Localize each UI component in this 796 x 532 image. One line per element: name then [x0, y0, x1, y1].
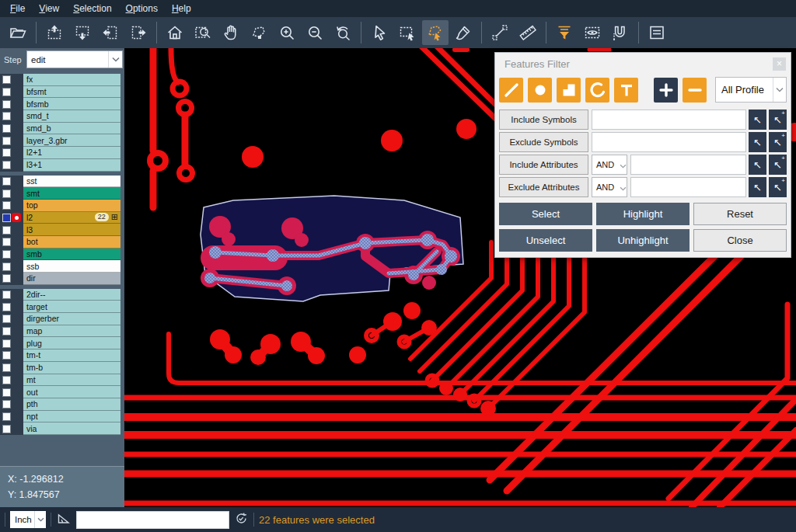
brush-clear-button[interactable] — [450, 20, 477, 45]
menu-selection[interactable]: Selection — [66, 0, 118, 17]
layer-visibility-checkbox[interactable] — [2, 214, 11, 222]
zoom-previous-button[interactable] — [330, 20, 356, 45]
include-symbols-input[interactable] — [592, 110, 746, 130]
layer-row[interactable]: smb — [0, 249, 120, 261]
layer-row[interactable]: l2+1 — [0, 147, 120, 159]
layer-row[interactable]: smd_b — [0, 123, 120, 135]
pad-filter-button[interactable] — [528, 78, 552, 103]
layer-visibility-checkbox[interactable] — [2, 388, 11, 397]
menu-view[interactable]: View — [32, 0, 66, 17]
layer-visibility-checkbox[interactable] — [2, 100, 11, 109]
zoom-out-button[interactable] — [302, 20, 328, 45]
layer-row[interactable]: bot — [0, 236, 120, 249]
view-box-button[interactable] — [579, 20, 606, 45]
layer-visibility-checkbox[interactable] — [2, 148, 11, 157]
layer-visibility-checkbox[interactable] — [2, 177, 11, 186]
features-filter-button[interactable] — [551, 20, 578, 45]
layer-visibility-checkbox[interactable] — [2, 263, 11, 271]
layer-row[interactable]: fx — [0, 74, 120, 86]
arrow-up-box-button[interactable] — [41, 20, 68, 45]
pick-arrow-button[interactable]: ↖ — [749, 110, 766, 130]
step-select[interactable]: edit — [26, 50, 123, 68]
pick-arrow-button[interactable]: ↖ — [749, 155, 766, 175]
layer-name[interactable]: smd_t — [23, 110, 120, 123]
layer-name[interactable]: smb — [23, 249, 120, 261]
exclude-symbols-button[interactable]: Exclude Symbols — [499, 132, 588, 152]
layer-row[interactable]: smt — [0, 187, 120, 200]
add-mode-button[interactable] — [654, 78, 678, 103]
menu-options[interactable]: Options — [119, 0, 165, 17]
rectangle-select-button[interactable] — [394, 20, 421, 45]
arrow-down-box-button[interactable] — [69, 20, 96, 45]
pan-hand-button[interactable] — [218, 20, 244, 45]
pick-add-arrow-button[interactable]: ↖+ — [769, 155, 787, 175]
layer-name[interactable]: top — [23, 200, 120, 212]
layer-row[interactable]: target — [0, 301, 120, 313]
layer-name[interactable]: bfsmb — [23, 98, 120, 110]
layer-row[interactable]: via — [0, 422, 120, 435]
layer-name[interactable]: out — [23, 386, 120, 398]
close-button[interactable]: Close — [693, 229, 787, 252]
layer-name[interactable]: 2dir-- — [23, 289, 120, 301]
layer-name[interactable]: bot — [23, 236, 120, 249]
layer-row[interactable]: npt — [0, 411, 120, 423]
layer-name[interactable]: mt — [23, 374, 120, 387]
zoom-area-button[interactable] — [190, 20, 216, 45]
layer-visibility-checkbox[interactable] — [2, 88, 11, 96]
exclude-attributes-and-select[interactable]: AND — [592, 177, 627, 197]
include-attributes-input[interactable] — [630, 155, 746, 175]
layer-name[interactable]: bfsmt — [23, 86, 120, 99]
include-symbols-button[interactable]: Include Symbols — [499, 110, 588, 130]
layer-row[interactable]: smd_t — [0, 110, 120, 123]
layer-visibility-checkbox[interactable] — [2, 112, 11, 120]
menu-help[interactable]: Help — [165, 0, 198, 17]
layer-row[interactable]: tm-b — [0, 362, 120, 374]
command-input[interactable] — [76, 511, 229, 529]
polygon-select-button[interactable] — [422, 20, 449, 45]
layer-row[interactable]: top — [0, 200, 120, 212]
layer-row[interactable]: l3 — [0, 224, 120, 236]
include-attributes-button[interactable]: Include Attributes — [499, 155, 588, 175]
layer-name[interactable]: layer_3.gbr — [23, 134, 120, 147]
angle-measure-icon[interactable] — [56, 510, 72, 529]
pick-add-arrow-button[interactable]: ↖+ — [769, 132, 787, 152]
layer-name[interactable]: sst — [23, 176, 120, 188]
sync-icon[interactable] — [234, 511, 249, 529]
layer-name[interactable]: l3 — [23, 224, 120, 236]
layer-name[interactable]: l2+1 — [23, 147, 120, 159]
exclude-attributes-button[interactable]: Exclude Attributes — [499, 177, 588, 197]
layer-row[interactable]: pth — [0, 398, 120, 411]
ruler-button[interactable] — [515, 20, 541, 45]
layer-visibility-checkbox[interactable] — [2, 226, 11, 235]
layer-visibility-checkbox[interactable] — [2, 351, 11, 360]
pick-arrow-button[interactable]: ↖ — [749, 177, 766, 197]
layer-row[interactable]: l3+1 — [0, 159, 120, 172]
arrow-right-box-button[interactable] — [125, 20, 152, 45]
line-filter-button[interactable] — [499, 78, 523, 103]
highlight-button[interactable]: Highlight — [596, 203, 690, 225]
layer-visibility-checkbox[interactable] — [2, 137, 11, 145]
zoom-in-button[interactable] — [274, 20, 300, 45]
layer-visibility-checkbox[interactable] — [2, 363, 11, 372]
pick-arrow-button[interactable]: ↖ — [749, 132, 766, 152]
layer-visibility-checkbox[interactable] — [2, 400, 11, 409]
layer-name[interactable]: dirgerber — [23, 313, 120, 325]
layer-row[interactable]: 2dir-- — [0, 289, 120, 301]
unit-select[interactable]: Inch — [10, 511, 46, 528]
layer-visibility-checkbox[interactable] — [2, 274, 11, 283]
surface-filter-button[interactable] — [557, 78, 581, 103]
layer-row[interactable]: bfsmt — [0, 86, 120, 99]
layer-visibility-checkbox[interactable] — [2, 290, 11, 299]
layer-name[interactable]: target — [23, 301, 120, 313]
exclude-symbols-input[interactable] — [592, 132, 746, 152]
layer-visibility-checkbox[interactable] — [2, 250, 11, 259]
profile-select[interactable]: All Profile — [715, 77, 787, 103]
layer-name[interactable]: smd_b — [23, 123, 120, 135]
arrow-left-box-button[interactable] — [97, 20, 124, 45]
layer-visibility-checkbox[interactable] — [2, 190, 11, 198]
lasso-zoom-button[interactable] — [246, 20, 272, 45]
layer-name[interactable]: tm-b — [23, 362, 120, 374]
layer-visibility-checkbox[interactable] — [2, 339, 11, 348]
layer-row[interactable]: bfsmb — [0, 98, 120, 110]
layer-visibility-checkbox[interactable] — [2, 303, 11, 311]
